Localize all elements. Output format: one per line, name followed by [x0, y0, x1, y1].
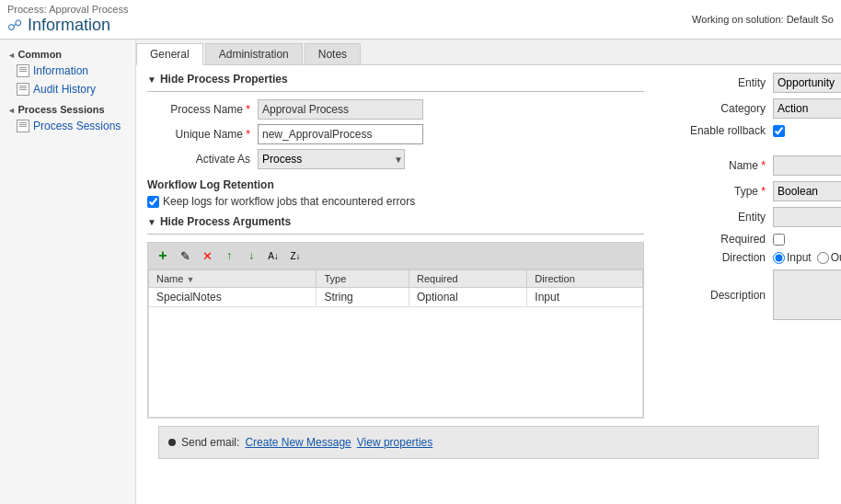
label-arg-required: Required — [672, 233, 773, 246]
right-column: Entity Category Enable rollback — [662, 73, 841, 418]
select-wrap-activate-as: Process ▼ — [258, 149, 405, 169]
tab-notes[interactable]: Notes — [305, 43, 361, 64]
toggle-icon-arguments: ▼ — [147, 217, 156, 227]
row-enable-rollback: Enable rollback — [672, 124, 841, 137]
row-activate-as: Activate As Process ▼ — [147, 149, 644, 169]
row-arg-type: Type * Boolean String Integer ▼ — [672, 181, 841, 201]
input-process-name[interactable] — [258, 99, 423, 120]
sidebar-item-audit[interactable]: Audit History — [0, 80, 135, 98]
sidebar-label-audit: Audit History — [33, 83, 96, 96]
radio-output[interactable]: Output — [817, 251, 841, 264]
args-section: + ✎ ✕ ↑ ↓ A↓ Z↓ — [147, 242, 644, 418]
sidebar-item-process-sessions[interactable]: Process Sessions — [0, 117, 135, 135]
radio-input-label: Input — [787, 251, 812, 264]
label-process-name: Process Name * — [147, 103, 258, 116]
workflow-retention-check-label: Keep logs for workflow jobs that encount… — [163, 195, 415, 208]
row-arg-required: Required — [672, 233, 841, 246]
main-content: General Administration Notes ▼ Hide Proc… — [136, 40, 841, 504]
select-arg-type[interactable]: Boolean String Integer — [773, 181, 841, 201]
radio-input[interactable]: Input — [773, 251, 812, 264]
step-view-properties[interactable]: View properties — [357, 436, 433, 449]
col-header-direction[interactable]: Direction — [527, 270, 643, 288]
row-process-name: Process Name * — [147, 99, 644, 120]
checkbox-enable-rollback[interactable] — [773, 125, 785, 137]
top-bar: Process: Approval Process ☍ Information … — [0, 0, 841, 40]
input-unique-name[interactable] — [258, 124, 423, 144]
args-table: Name ▼ Type Required Direction — [148, 269, 643, 418]
info-icon — [17, 64, 29, 77]
row-unique-name: Unique Name * — [147, 124, 644, 144]
two-col-layout: ▼ Hide Process Properties Process Name * — [147, 73, 830, 418]
row-arg-description: Description — [672, 269, 841, 320]
sort-za-button[interactable]: Z↓ — [286, 246, 305, 265]
page-heading: ☍ Information — [7, 16, 128, 35]
cell-required: Optional — [409, 288, 527, 307]
required-star-name: * — [246, 103, 250, 116]
step-link[interactable]: Create New Message — [245, 436, 351, 449]
app-container: Process: Approval Process ☍ Information … — [0, 0, 841, 504]
select-wrap-type: Boolean String Integer ▼ — [773, 181, 841, 201]
sidebar-item-information[interactable]: Information — [0, 62, 135, 80]
steps-area: Send email: Create New Message View prop… — [158, 426, 819, 459]
edit-arg-button[interactable]: ✎ — [176, 246, 194, 265]
checkbox-arg-required[interactable] — [773, 234, 785, 246]
arg-right-form: Name * Type * — [672, 155, 841, 320]
col-header-required[interactable]: Required — [409, 270, 527, 288]
divider-arguments — [147, 234, 644, 235]
top-bar-left: Process: Approval Process ☍ Information — [7, 4, 128, 35]
label-arg-entity: Entity — [672, 211, 773, 223]
working-on-label: Working on solution: Default So — [692, 14, 834, 25]
textarea-description[interactable] — [773, 269, 841, 320]
input-entity[interactable] — [773, 73, 841, 93]
sidebar-label-process-sessions: Process Sessions — [33, 120, 121, 132]
toggle-icon-properties: ▼ — [147, 74, 156, 85]
left-column: ▼ Hide Process Properties Process Name * — [147, 73, 644, 418]
select-activate-as[interactable]: Process — [258, 149, 405, 169]
move-up-button[interactable]: ↑ — [220, 246, 238, 265]
args-toolbar: + ✎ ✕ ↑ ↓ A↓ Z↓ — [148, 243, 643, 269]
form-area: ▼ Hide Process Properties Process Name * — [136, 65, 841, 474]
row-arg-entity: Entity ▼ — [672, 207, 841, 227]
row-arg-name: Name * — [672, 155, 841, 176]
section-title-properties: Hide Process Properties — [160, 73, 288, 86]
label-unique-name: Unique Name * — [147, 128, 258, 141]
radio-input-btn[interactable] — [773, 252, 785, 264]
label-arg-direction: Direction — [672, 251, 773, 264]
input-category[interactable] — [773, 98, 841, 119]
tab-general[interactable]: General — [136, 43, 203, 65]
col-header-type[interactable]: Type — [317, 270, 409, 288]
section-header-properties[interactable]: ▼ Hide Process Properties — [147, 73, 644, 86]
step-label: Send email: — [181, 436, 239, 449]
select-wrap-arg-entity: ▼ — [773, 207, 841, 227]
sidebar-common-header[interactable]: Common — [0, 43, 135, 62]
main-layout: Common Information Audit History Process… — [0, 40, 841, 504]
radio-output-btn[interactable] — [817, 252, 829, 264]
tab-administration[interactable]: Administration — [205, 43, 303, 64]
sidebar-process-sessions-header[interactable]: Process Sessions — [0, 98, 135, 117]
label-arg-description: Description — [672, 289, 773, 302]
workflow-retention-title: Workflow Log Retention — [147, 178, 644, 191]
tabs-bar: General Administration Notes — [136, 40, 841, 65]
table-row[interactable]: SpecialNotes String Optional Input — [149, 288, 643, 307]
workflow-retention-checkbox[interactable] — [147, 196, 159, 208]
sort-az-button[interactable]: A↓ — [264, 246, 282, 265]
move-down-button[interactable]: ↓ — [242, 246, 260, 265]
cell-type: String — [317, 288, 409, 307]
required-star-unique: * — [246, 128, 250, 141]
sidebar: Common Information Audit History Process… — [0, 40, 136, 504]
section-header-arguments[interactable]: ▼ Hide Process Arguments — [147, 215, 644, 228]
add-arg-button[interactable]: + — [154, 246, 172, 265]
delete-arg-button[interactable]: ✕ — [198, 246, 216, 265]
sidebar-label-information: Information — [33, 64, 88, 77]
input-arg-name[interactable] — [773, 155, 841, 176]
sort-icon-name: ▼ — [186, 275, 194, 284]
workflow-retention-check[interactable]: Keep logs for workflow jobs that encount… — [147, 195, 644, 208]
step-dot — [168, 439, 176, 446]
heading-icon: ☍ — [7, 17, 22, 34]
step-row: Send email: Create New Message View prop… — [168, 436, 809, 449]
label-arg-type: Type * — [672, 185, 773, 198]
col-header-name[interactable]: Name ▼ — [149, 270, 317, 288]
select-arg-entity[interactable] — [773, 207, 841, 227]
label-activate-as: Activate As — [147, 153, 258, 166]
row-entity: Entity — [672, 73, 841, 93]
